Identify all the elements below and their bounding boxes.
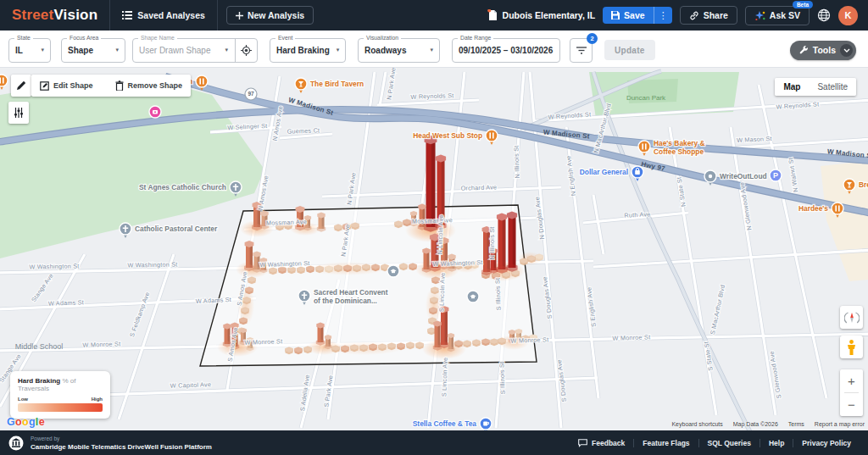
visualization-label: Visualization	[364, 35, 401, 41]
street-label: N Illinois St	[512, 145, 520, 178]
shape-name-group: Shape Name User Drawn Shape ▾	[132, 38, 258, 63]
heat-hex	[370, 344, 377, 349]
poi-school[interactable]	[467, 291, 479, 302]
event-select[interactable]: Event Hard Braking ▾	[270, 38, 346, 63]
update-button[interactable]: Update	[604, 40, 655, 60]
save-more-button[interactable]: ⋮	[654, 7, 672, 24]
footer-link-label: Feedback	[592, 439, 625, 447]
edit-shape-button[interactable]: Edit Shape	[40, 81, 93, 91]
remove-shape-button[interactable]: Remove Shape	[115, 80, 183, 91]
poi-label: Head West Sub Stop	[413, 131, 482, 140]
street-label: Orchard Ave	[460, 183, 497, 191]
date-range-value: 09/10/2025 – 03/10/2026	[459, 46, 553, 55]
focus-area-select[interactable]: Focus Area Shape ▾	[61, 38, 125, 63]
poi-label: Hae's Bakery &Coffee Shoppe	[654, 139, 705, 156]
street-label: N Lincoln Ave	[436, 214, 445, 254]
svg-text:97: 97	[248, 91, 254, 97]
locate-shape-button[interactable]	[236, 45, 257, 56]
heat-hex	[372, 264, 380, 269]
share-button[interactable]: Share	[680, 6, 737, 25]
route-shield: 97	[245, 88, 257, 100]
chevron-down-icon: ▾	[330, 47, 340, 53]
beta-badge: Beta	[793, 1, 813, 8]
ask-sv-button[interactable]: Ask SV	[745, 6, 810, 25]
tools-button[interactable]: Tools	[790, 41, 856, 60]
save-button[interactable]: Save	[603, 7, 654, 24]
state-select[interactable]: State IL ▾	[8, 38, 51, 63]
heat-hex	[528, 256, 536, 261]
footer-link[interactable]: SQL Queries	[699, 439, 760, 447]
visualization-select[interactable]: Visualization Roadways ▾	[358, 38, 440, 63]
rotate-control[interactable]	[840, 306, 863, 329]
remove-shape-label: Remove Shape	[128, 81, 183, 90]
draw-shape-button[interactable]	[11, 75, 31, 97]
attribution-link[interactable]: Terms	[788, 421, 804, 427]
footer-link[interactable]: Privacy Policy	[793, 439, 860, 447]
poi-school[interactable]	[387, 265, 399, 277]
saved-analyses-button[interactable]: Saved Analyses	[110, 0, 217, 31]
attribution-link[interactable]: Map Data ©2026	[733, 421, 778, 427]
globe-icon[interactable]	[817, 8, 831, 22]
filter-options-button[interactable]: 2	[570, 38, 593, 63]
street-label: S Lincoln Ave	[440, 357, 449, 397]
tools-icon	[798, 45, 809, 55]
user-avatar[interactable]: K	[838, 6, 858, 25]
street-label: N Illinois St	[488, 226, 496, 259]
heat-hex	[455, 341, 463, 346]
street-label: S Illinois St	[498, 362, 506, 395]
share-label: Share	[704, 10, 728, 20]
avatar-initial: K	[845, 10, 852, 20]
pegman-control[interactable]	[840, 336, 863, 358]
attribution-link[interactable]: Report a map error	[815, 421, 865, 427]
heat-hex	[248, 277, 256, 282]
map-canvas[interactable]: 97W Selinger StGuemes CtW Reynolds StW R…	[0, 68, 868, 430]
street-label: W Washington St	[29, 262, 79, 270]
plus-icon	[236, 12, 243, 19]
poi-camera[interactable]	[149, 106, 161, 118]
heat-hex	[491, 339, 498, 344]
poi-parking[interactable]: P	[770, 169, 782, 181]
zoom-in-button[interactable]: +	[840, 369, 863, 392]
heat-hex	[400, 264, 408, 269]
list-icon	[122, 11, 132, 19]
chevron-down-icon	[843, 48, 850, 53]
saved-analyses-label: Saved Analyses	[137, 10, 205, 20]
new-analysis-button[interactable]: New Analysis	[226, 6, 314, 25]
map-type-map[interactable]: Map	[775, 78, 809, 96]
footer-link[interactable]: Feedback	[570, 439, 633, 447]
heat-hex	[431, 297, 438, 302]
heat-hex	[352, 223, 359, 228]
date-range-field[interactable]: Date Range 09/10/2025 – 03/10/2026	[452, 38, 560, 63]
legend-gradient	[18, 403, 103, 412]
focus-area-label: Focus Area	[67, 35, 101, 41]
pencil-icon	[16, 80, 26, 91]
heat-hex	[344, 265, 352, 270]
heat-hex	[398, 343, 405, 348]
filter-list-icon	[576, 47, 587, 54]
map-type-satellite[interactable]: Satellite	[809, 78, 856, 96]
poi-label: The Bird Tavern	[310, 80, 364, 88]
heat-hex	[428, 328, 436, 333]
compass-icon	[844, 312, 860, 324]
event-value: Hard Braking	[276, 46, 330, 55]
heat-hex	[295, 347, 303, 352]
chevron-down-icon: ▾	[218, 47, 228, 53]
footer-link[interactable]: Feature Flags	[634, 439, 698, 447]
heat-hex	[482, 339, 490, 344]
layer-settings-button[interactable]	[8, 102, 29, 124]
google-letter: G	[7, 416, 15, 428]
legend-high: High	[92, 397, 103, 402]
zoom-out-button[interactable]: −	[840, 393, 863, 416]
trash-icon	[115, 80, 124, 91]
footer-link[interactable]: Help	[760, 439, 793, 447]
poi-stella-coffee-tea[interactable]	[480, 418, 492, 430]
analysis-name[interactable]: Dubois Elementary, IL	[487, 9, 596, 21]
heat-hex	[246, 287, 253, 292]
footer-link-label: SQL Queries	[708, 439, 751, 447]
footer-brand: Powered by Cambridge Mobile Telematics D…	[0, 435, 212, 450]
heat-legend: Hard Braking % of Traversals LowHigh	[10, 371, 110, 419]
attribution-link[interactable]: Keyboard shortcuts	[671, 421, 722, 427]
chevron-down-icon: ▾	[34, 47, 44, 53]
street-label: W Adams St	[48, 298, 84, 307]
tools-chevron	[840, 44, 853, 57]
